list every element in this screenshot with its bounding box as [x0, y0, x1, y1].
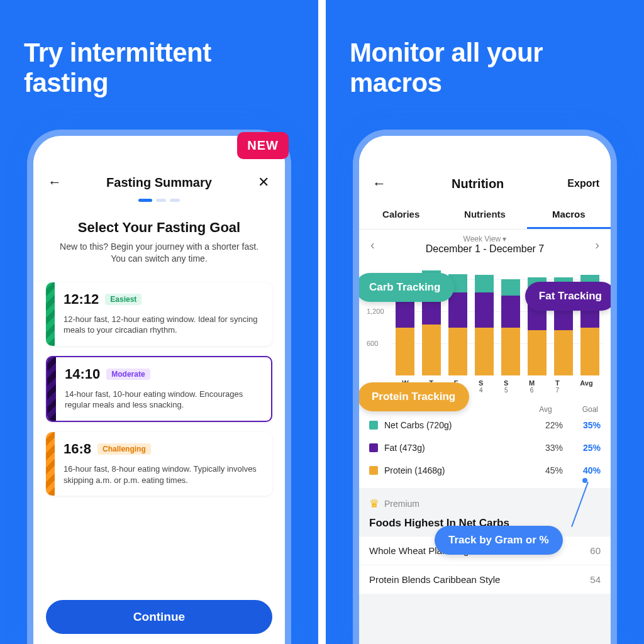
section-title: Select Your Fasting Goal: [46, 219, 272, 236]
goal-description: 14-hour fast, 10-hour eating window. Enc…: [65, 389, 262, 411]
promo-panel-fasting: Try intermittent fasting NEW ← Fasting S…: [0, 0, 318, 644]
legend-row-protein: Protein (1468g) 45% 40%: [369, 459, 601, 482]
callout-carb: Carb Tracking: [359, 273, 454, 302]
pointer-dot-icon: [582, 478, 587, 483]
promo-panel-macros: Monitor all your macros ← Nutrition Expo…: [326, 0, 644, 644]
difficulty-badge: Moderate: [106, 369, 150, 380]
goal-description: 12-hour fast, 12-hour eating window. Ide…: [64, 314, 264, 336]
callout-fat: Fat Tracking: [525, 282, 611, 311]
page-indicator: [46, 199, 272, 202]
screen-title: Nutrition: [452, 177, 504, 191]
section-subtitle: New to this? Begin your journey with a s…: [57, 241, 261, 265]
phone-mock-left: ← Fasting Summary ✕ Select Your Fasting …: [33, 136, 285, 644]
crown-icon: ♛: [369, 497, 379, 511]
back-arrow-icon[interactable]: ←: [370, 175, 388, 192]
legend-row-fat: Fat (473g) 33% 25%: [369, 436, 601, 459]
macro-tabs: Calories Nutrients Macros: [359, 201, 611, 230]
screen-title: Fasting Summary: [106, 175, 212, 190]
food-row[interactable]: Protein Blends Caribbean Style 54: [359, 565, 611, 594]
goal-time: 16:8: [64, 441, 91, 457]
new-badge: NEW: [237, 132, 289, 159]
premium-row: ♛ Premium: [359, 488, 611, 514]
goal-time: 12:12: [64, 291, 99, 308]
tab-nutrients[interactable]: Nutrients: [443, 201, 526, 229]
export-button[interactable]: Export: [567, 178, 599, 189]
stripe-icon: [47, 357, 56, 421]
swatch-icon: [369, 443, 378, 452]
headline-left: Try intermittent fasting: [0, 38, 318, 105]
phone-mock-right: ← Nutrition Export Calories Nutrients Ma…: [359, 136, 611, 644]
col-goal: Goal: [582, 405, 598, 414]
stripe-icon: [46, 432, 55, 496]
continue-button[interactable]: Continue: [46, 600, 272, 634]
next-week-icon[interactable]: ›: [590, 235, 604, 255]
prev-week-icon[interactable]: ‹: [365, 235, 380, 255]
fasting-goal-14-10[interactable]: 14:10 Moderate 14-hour fast, 10-hour eat…: [46, 356, 272, 422]
col-avg: Avg: [539, 405, 552, 414]
legend-row-carbs: Net Carbs (720g) 22% 35%: [369, 414, 601, 436]
stripe-icon: [46, 282, 55, 346]
back-arrow-icon[interactable]: ←: [46, 174, 64, 191]
goal-time: 14:10: [65, 366, 100, 382]
date-range-label: December 1 - December 7: [380, 243, 591, 255]
swatch-icon: [369, 466, 378, 475]
swatch-icon: [369, 421, 378, 430]
callout-track: Track by Gram or %: [435, 526, 563, 555]
fasting-goal-16-8[interactable]: 16:8 Challenging 16-hour fast, 8-hour ea…: [46, 432, 272, 496]
headline-right: Monitor all your macros: [326, 38, 644, 105]
difficulty-badge: Easiest: [105, 294, 142, 305]
difficulty-badge: Challenging: [97, 443, 151, 455]
tab-calories[interactable]: Calories: [359, 201, 443, 229]
tab-macros[interactable]: Macros: [527, 201, 611, 229]
callout-protein: Protein Tracking: [359, 382, 469, 411]
fasting-goal-12-12[interactable]: 12:12 Easiest 12-hour fast, 12-hour eati…: [46, 282, 272, 346]
close-icon[interactable]: ✕: [255, 174, 272, 191]
view-mode-label[interactable]: Week View ▾: [380, 235, 591, 243]
goal-description: 16-hour fast, 8-hour eating window. Typi…: [64, 464, 264, 486]
